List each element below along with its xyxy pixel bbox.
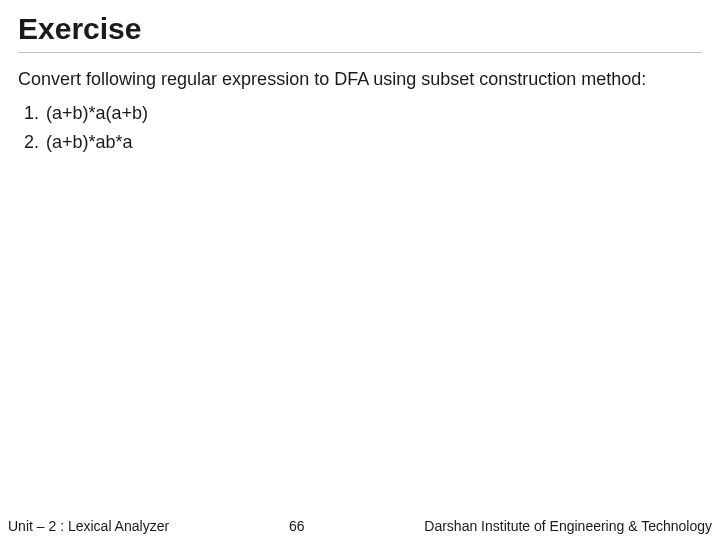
footer: Unit – 2 : Lexical Analyzer 66 Darshan I…	[0, 518, 720, 534]
item-number: 1.	[24, 101, 46, 125]
list-item: 2.(a+b)*ab*a	[24, 130, 702, 154]
prompt-text: Convert following regular expression to …	[18, 67, 702, 91]
slide-body: Convert following regular expression to …	[18, 67, 702, 154]
exercise-list: 1.(a+b)*a(a+b) 2.(a+b)*ab*a	[18, 101, 702, 154]
footer-page: 66	[289, 518, 305, 534]
item-expression: (a+b)*a(a+b)	[46, 103, 148, 123]
slide-title: Exercise	[18, 12, 702, 50]
list-item: 1.(a+b)*a(a+b)	[24, 101, 702, 125]
title-divider	[18, 52, 702, 53]
item-expression: (a+b)*ab*a	[46, 132, 133, 152]
slide: Exercise Convert following regular expre…	[0, 0, 720, 540]
footer-org: Darshan Institute of Engineering & Techn…	[424, 518, 714, 534]
footer-page-wrap: 66	[169, 518, 424, 534]
footer-unit: Unit – 2 : Lexical Analyzer	[6, 518, 169, 534]
item-number: 2.	[24, 130, 46, 154]
